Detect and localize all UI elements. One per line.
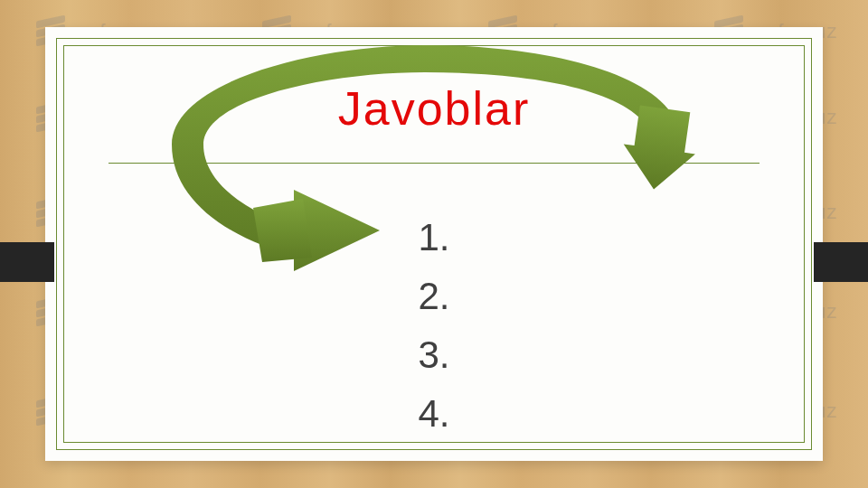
list-item: 3. [45, 325, 823, 384]
slide-card: Javoblar 1. 2. 3. 4. [45, 27, 823, 461]
list-item: 2. [45, 267, 823, 325]
slide-title: Javoblar [90, 81, 778, 136]
list-item: 4. [45, 384, 823, 443]
list-item: 1. [45, 208, 823, 267]
numbered-list: 1. 2. 3. 4. [45, 208, 823, 443]
